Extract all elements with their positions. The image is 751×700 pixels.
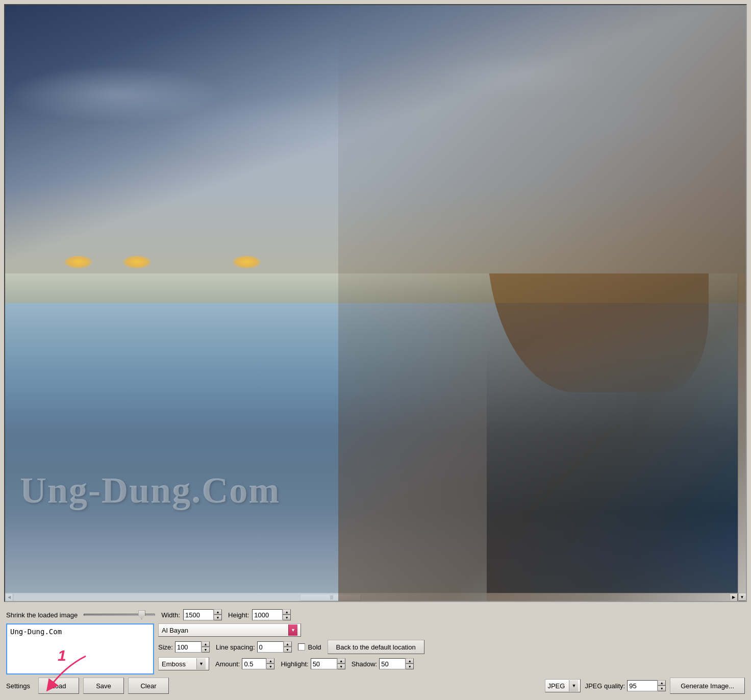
line-spacing-label: Line spacing: xyxy=(216,643,255,651)
format-dropdown[interactable]: JPEG ▼ xyxy=(545,679,581,692)
effect-dropdown-container: Emboss ▼ xyxy=(158,657,209,670)
height-label: Height: xyxy=(228,611,249,619)
settings-label: Settings xyxy=(6,682,30,690)
highlight-spinbox: 50 ▲ ▼ xyxy=(311,658,345,669)
width-spinbox: 1500 ▲ ▼ xyxy=(183,609,222,620)
shrink-slider-container xyxy=(84,614,155,616)
sun-spot-3 xyxy=(233,256,261,268)
watermark-text-input[interactable]: Ung-Dung.Com xyxy=(6,623,154,674)
highlight-spin-down[interactable]: ▼ xyxy=(337,664,345,669)
format-dropdown-arrow-icon[interactable]: ▼ xyxy=(569,680,578,691)
line-spacing-input[interactable]: 0 xyxy=(257,641,284,653)
width-input[interactable]: 1500 xyxy=(183,609,214,620)
height-spin-up[interactable]: ▲ xyxy=(283,609,291,615)
format-group: JPEG ▼ xyxy=(545,679,581,692)
effect-dropdown[interactable]: Emboss ▼ xyxy=(158,657,209,670)
height-spin-down[interactable]: ▼ xyxy=(283,615,291,620)
shadow-spin-down[interactable]: ▼ xyxy=(406,664,414,669)
image-viewer: Ung-Dung.Com ▲ ▼ ◀ ▶ xyxy=(4,4,747,602)
amount-spinbox: 0.5 ▲ ▼ xyxy=(242,658,274,669)
font-dropdown-arrow-icon[interactable]: ▼ xyxy=(288,624,297,636)
line-spacing-spin-buttons: ▲ ▼ xyxy=(284,641,292,653)
clear-button[interactable]: Clear xyxy=(128,678,169,694)
height-spinbox: 1000 ▲ ▼ xyxy=(252,609,291,620)
font-size-group: Size: 100 ▲ ▼ xyxy=(158,641,210,653)
quality-spin-buttons: ▲ ▼ xyxy=(658,680,666,691)
quality-spinbox: 95 ▲ ▼ xyxy=(627,680,666,691)
amount-spin-up[interactable]: ▲ xyxy=(266,658,274,664)
bold-group: Bold xyxy=(298,643,321,651)
font-name-label: Al Bayan xyxy=(162,627,188,634)
load-button[interactable]: Load xyxy=(38,678,79,694)
quality-label: JPEG quality: xyxy=(585,682,625,690)
shrink-controls-row: Shrink the loaded image Width: 1500 ▲ ▼ … xyxy=(6,609,745,620)
sun-spots xyxy=(64,256,261,268)
amount-group: Amount: 0.5 ▲ ▼ xyxy=(215,658,274,669)
person-area xyxy=(338,5,746,601)
highlight-label: Highlight: xyxy=(281,660,308,668)
highlight-spin-up[interactable]: ▲ xyxy=(337,658,345,664)
size-spinbox: 100 ▲ ▼ xyxy=(175,641,210,653)
font-panel: Al Bayan ▼ Size: 100 ▲ ▼ xyxy=(158,623,745,674)
quality-input[interactable]: 95 xyxy=(627,680,658,691)
amount-spin-down[interactable]: ▼ xyxy=(266,664,274,669)
size-spin-buttons: ▲ ▼ xyxy=(202,641,210,653)
highlight-spin-buttons: ▲ ▼ xyxy=(337,658,345,669)
bold-label: Bold xyxy=(308,643,321,651)
amount-input[interactable]: 0.5 xyxy=(242,658,266,669)
controls-area: Shrink the loaded image Width: 1500 ▲ ▼ … xyxy=(4,605,747,696)
line-spacing-spinbox: 0 ▲ ▼ xyxy=(257,641,292,653)
size-spin-down[interactable]: ▼ xyxy=(202,647,210,653)
bold-checkbox[interactable] xyxy=(298,643,305,651)
width-spin-buttons: ▲ ▼ xyxy=(214,609,222,620)
width-label: Width: xyxy=(161,611,180,619)
sun-spot-2 xyxy=(123,256,151,268)
width-spin-down[interactable]: ▼ xyxy=(214,615,222,620)
quality-group: JPEG quality: 95 ▲ ▼ xyxy=(585,680,666,691)
height-spin-buttons: ▲ ▼ xyxy=(283,609,291,620)
quality-spin-down[interactable]: ▼ xyxy=(658,686,666,691)
sun-spot-1 xyxy=(64,256,92,268)
photo-background: Ung-Dung.Com xyxy=(5,5,746,601)
font-selector: Al Bayan ▼ xyxy=(158,623,745,637)
effect-controls-row: Emboss ▼ Amount: 0.5 ▲ ▼ xyxy=(158,657,745,670)
bottom-toolbar: Settings Load Save Clear JPEG ▼ JPEG qua… xyxy=(6,678,745,694)
highlight-group: Highlight: 50 ▲ ▼ xyxy=(281,658,345,669)
width-spin-up[interactable]: ▲ xyxy=(214,609,222,615)
effect-dropdown-arrow-icon[interactable]: ▼ xyxy=(196,658,206,669)
quality-spin-up[interactable]: ▲ xyxy=(658,680,666,686)
save-button[interactable]: Save xyxy=(83,678,124,694)
font-dropdown[interactable]: Al Bayan ▼ xyxy=(158,623,301,637)
format-label: JPEG xyxy=(547,682,565,690)
height-input[interactable]: 1000 xyxy=(252,609,283,620)
amount-label: Amount: xyxy=(215,660,240,668)
generate-button[interactable]: Generate Image... xyxy=(670,678,745,694)
height-group: Height: 1000 ▲ ▼ xyxy=(228,609,291,620)
width-group: Width: 1500 ▲ ▼ xyxy=(161,609,222,620)
shadow-input[interactable]: 50 xyxy=(379,658,406,669)
line-spacing-spin-up[interactable]: ▲ xyxy=(284,641,292,647)
size-input[interactable]: 100 xyxy=(175,641,202,653)
shadow-group: Shadow: 50 ▲ ▼ xyxy=(352,658,414,669)
text-font-row: Ung-Dung.Com Al Bayan ▼ Size: 100 xyxy=(6,623,745,674)
shadow-spin-up[interactable]: ▲ xyxy=(406,658,414,664)
shadow-spinbox: 50 ▲ ▼ xyxy=(379,658,414,669)
shadow-label: Shadow: xyxy=(352,660,378,668)
shadow-spin-buttons: ▲ ▼ xyxy=(406,658,414,669)
shrink-label: Shrink the loaded image xyxy=(6,611,78,619)
highlight-input[interactable]: 50 xyxy=(311,658,337,669)
line-spacing-group: Line spacing: 0 ▲ ▼ xyxy=(216,641,292,653)
amount-spin-buttons: ▲ ▼ xyxy=(266,658,274,669)
effect-label: Emboss xyxy=(162,660,186,668)
shrink-slider[interactable] xyxy=(84,614,155,616)
image-canvas: Ung-Dung.Com xyxy=(5,5,746,601)
back-to-default-button[interactable]: Back to the default location xyxy=(328,640,424,654)
size-spin-up[interactable]: ▲ xyxy=(202,641,210,647)
line-spacing-spin-down[interactable]: ▼ xyxy=(284,647,292,653)
main-container: Ung-Dung.Com ▲ ▼ ◀ ▶ xyxy=(0,0,751,700)
size-label: Size: xyxy=(158,643,173,651)
font-controls-row: Size: 100 ▲ ▼ Line spacing: 0 xyxy=(158,640,745,654)
